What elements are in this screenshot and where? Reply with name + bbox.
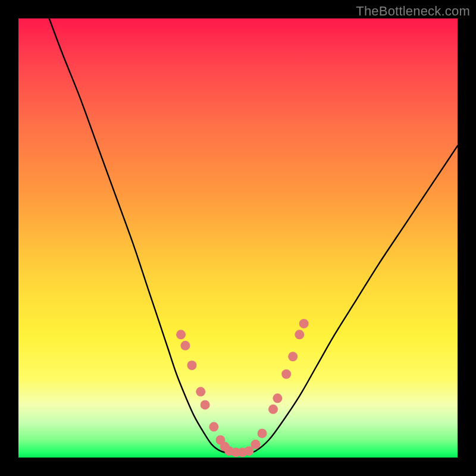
highlight-dot	[201, 400, 210, 409]
highlight-dot	[258, 428, 267, 438]
highlight-dot	[209, 422, 218, 431]
highlight-dot	[196, 387, 205, 396]
plot-area	[18, 18, 458, 458]
highlight-dot	[187, 361, 197, 370]
highlight-dot	[180, 341, 190, 350]
curve-svg	[18, 18, 458, 458]
highlight-dot	[273, 393, 282, 403]
highlight-dot	[251, 440, 261, 449]
bottleneck-curve	[49, 18, 458, 453]
watermark-text: TheBottleneck.com	[356, 4, 470, 19]
highlight-dot	[295, 330, 304, 339]
highlight-dot	[281, 369, 291, 379]
highlight-dot	[288, 352, 298, 361]
highlight-dot	[299, 319, 309, 328]
highlight-dots	[176, 319, 309, 457]
highlight-dot	[176, 330, 186, 339]
chart-frame: TheBottleneck.com	[0, 0, 476, 476]
highlight-dot	[268, 405, 278, 414]
